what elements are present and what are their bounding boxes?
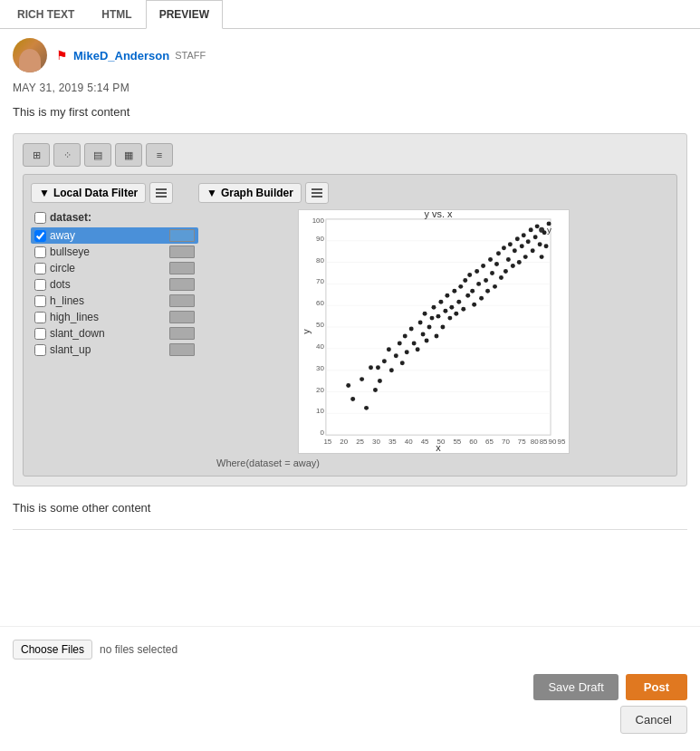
svg-text:60: 60 [469, 438, 477, 446]
svg-point-54 [394, 353, 398, 358]
dataset-all-checkbox[interactable] [34, 212, 46, 224]
user-row: ⚑ MikeD_Anderson STAFF [0, 29, 700, 82]
svg-point-60 [412, 341, 417, 345]
dataset-high_lines-checkbox[interactable] [34, 312, 46, 323]
widget-toolbar: ⊞ ⁘ ▤ ▦ ≡ [23, 143, 677, 167]
svg-text:75: 75 [518, 438, 526, 446]
svg-point-61 [416, 347, 420, 351]
svg-point-108 [522, 233, 526, 237]
dataset-row-slant_down[interactable]: slant_down [31, 325, 198, 342]
hamburger-icon [156, 188, 167, 197]
spacer [0, 535, 700, 590]
graph-menu-button[interactable] [305, 182, 329, 204]
timestamp: MAY 31, 2019 5:14 PM [0, 82, 700, 100]
first-content: This is my first content [0, 100, 700, 128]
dataset-away-checkbox[interactable] [34, 230, 46, 242]
svg-point-112 [531, 248, 535, 253]
dataset-circle-checkbox[interactable] [34, 263, 46, 274]
svg-point-114 [535, 224, 540, 228]
cancel-button[interactable]: Cancel [620, 706, 687, 734]
graph-builder-label: Graph Builder [221, 187, 293, 199]
dataset-bullseye-checkbox[interactable] [34, 246, 46, 258]
dataset-row-circle[interactable]: circle [31, 260, 198, 276]
svg-point-79 [456, 300, 461, 304]
avatar [13, 38, 47, 72]
svg-point-76 [449, 305, 454, 310]
grid-alt-icon: ▦ [124, 149, 133, 161]
dataset-circle-label: circle [50, 262, 75, 274]
svg-point-84 [467, 273, 472, 277]
toolbar-btn-5[interactable]: ≡ [146, 143, 173, 167]
svg-text:100: 100 [312, 217, 325, 225]
dataset-row-slant_up[interactable]: slant_up [31, 342, 198, 358]
svg-point-53 [389, 368, 394, 372]
tab-preview[interactable]: PREVIEW [146, 0, 223, 29]
primary-action-row: Save Draft Post [533, 674, 687, 700]
dataset-row-dots[interactable]: dots [31, 276, 198, 293]
toolbar-btn-4[interactable]: ▦ [115, 143, 142, 167]
svg-text:15: 15 [323, 438, 331, 446]
dataset-slant_down-checkbox[interactable] [34, 328, 46, 340]
chart-caption: Where(dataset = away) [216, 457, 320, 468]
chart-panel: ▼ Graph Builder y vs. x y y [198, 182, 669, 468]
svg-point-43 [346, 383, 350, 388]
svg-point-65 [425, 338, 429, 342]
save-draft-button[interactable]: Save Draft [533, 674, 618, 700]
svg-point-47 [369, 365, 373, 370]
local-data-filter-button[interactable]: ▼ Local Data Filter [31, 183, 146, 203]
dataset-dots-checkbox[interactable] [34, 279, 46, 291]
staff-badge: STAFF [175, 50, 206, 61]
svg-text:20: 20 [340, 438, 348, 446]
svg-point-46 [364, 406, 369, 410]
dataset-dots-swatch [169, 278, 195, 291]
svg-point-69 [434, 333, 438, 338]
svg-point-78 [454, 312, 458, 316]
dataset-away-swatch [169, 229, 195, 242]
dataset-slant_up-swatch [169, 343, 195, 356]
svg-point-67 [430, 316, 435, 321]
svg-point-115 [538, 242, 542, 246]
svg-point-51 [382, 359, 387, 363]
tab-rich-text[interactable]: RICH TEXT [4, 0, 88, 29]
svg-point-101 [506, 257, 511, 262]
dataset-row-h_lines[interactable]: h_lines [31, 293, 198, 309]
svg-point-118 [544, 244, 549, 248]
svg-text:30: 30 [372, 438, 380, 446]
svg-text:80: 80 [531, 438, 539, 446]
svg-point-93 [488, 257, 493, 262]
svg-point-90 [481, 264, 485, 268]
graph-builder-button[interactable]: ▼ Graph Builder [198, 183, 302, 203]
svg-point-49 [378, 379, 382, 383]
toolbar-btn-3[interactable]: ▤ [84, 143, 111, 167]
svg-point-94 [490, 271, 494, 275]
svg-point-87 [475, 269, 479, 274]
dataset-high_lines-label: high_lines [50, 311, 99, 323]
svg-point-80 [458, 284, 463, 289]
scatter-chart: y vs. x y y x 0 10 20 30 40 50 60 70 80 … [298, 209, 570, 454]
hamburger-graph-icon [312, 188, 322, 197]
dataset-slant_up-checkbox[interactable] [34, 344, 46, 356]
svg-point-50 [376, 365, 380, 370]
svg-text:65: 65 [485, 438, 494, 446]
svg-point-103 [511, 264, 515, 268]
tab-html[interactable]: HTML [88, 0, 145, 29]
svg-point-56 [400, 361, 405, 365]
post-button[interactable]: Post [626, 674, 687, 700]
svg-point-106 [517, 260, 522, 265]
svg-point-88 [476, 282, 481, 286]
toolbar-btn-2[interactable]: ⁘ [53, 143, 81, 167]
dataset-row-high_lines[interactable]: high_lines [31, 309, 198, 325]
dataset-h_lines-checkbox[interactable] [34, 295, 46, 307]
chart-header-row: ▼ Graph Builder [198, 182, 329, 204]
svg-text:45: 45 [421, 438, 429, 446]
toolbar-btn-1[interactable]: ⊞ [23, 143, 50, 167]
choose-files-button[interactable]: Choose Files [13, 640, 92, 660]
file-input-row: Choose Files no files selected [0, 626, 700, 669]
username-link[interactable]: MikeD_Anderson [73, 49, 169, 63]
filter-menu-button[interactable] [149, 182, 173, 204]
dataset-row-bullseye[interactable]: bullseye [31, 244, 198, 260]
dataset-row-away[interactable]: away [31, 227, 198, 244]
svg-point-72 [440, 325, 445, 330]
svg-point-70 [436, 314, 440, 319]
svg-point-45 [360, 377, 364, 381]
